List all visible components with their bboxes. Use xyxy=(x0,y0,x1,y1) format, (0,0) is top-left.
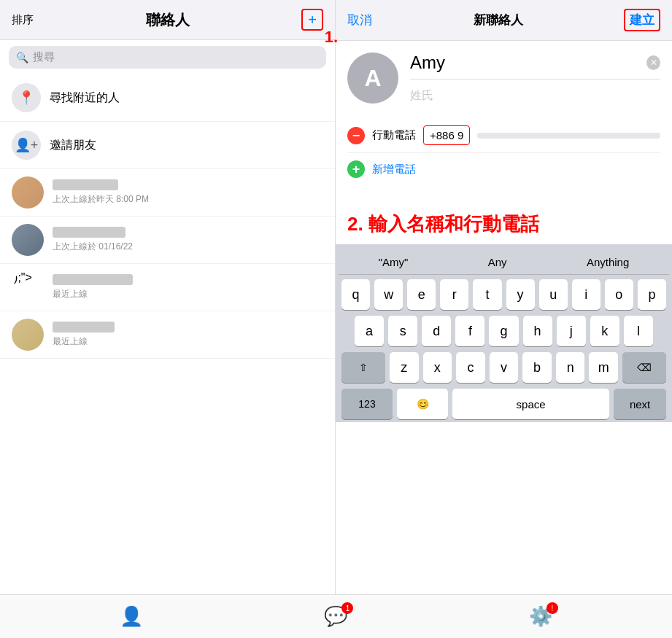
key-n[interactable]: n xyxy=(556,352,585,383)
first-name-input[interactable] xyxy=(410,52,646,73)
key-c[interactable]: c xyxy=(456,352,485,383)
invite-friends-item[interactable]: 👤+ 邀請朋友 xyxy=(0,122,335,169)
avatar-1 xyxy=(12,176,44,209)
key-s[interactable]: s xyxy=(388,316,417,346)
contact-item-1[interactable]: 上次上線於昨天 8:00 PM xyxy=(0,169,335,217)
avatar-3: ');"> xyxy=(12,271,44,303)
space-key[interactable]: space xyxy=(452,389,609,419)
phone-label: 行動電話 xyxy=(372,128,416,142)
key-a[interactable]: a xyxy=(355,316,384,346)
keyboard-rows: q w e r t y u i o p a s d f g xyxy=(339,279,669,419)
key-r[interactable]: r xyxy=(440,279,468,310)
key-v[interactable]: v xyxy=(490,352,519,383)
tab-messages[interactable]: 💬 1 xyxy=(324,605,347,628)
keyboard-suggestions: "Amy" Any Anything xyxy=(339,250,669,275)
left-header: 排序 聯絡人 + 1. xyxy=(0,0,335,40)
key-y[interactable]: y xyxy=(506,279,535,310)
key-d[interactable]: d xyxy=(422,316,451,346)
suggestion-2[interactable]: Any xyxy=(482,254,513,270)
find-nearby-item[interactable]: 📍 尋找附近的人 xyxy=(0,74,335,122)
new-contact-avatar: A xyxy=(347,52,398,104)
shift-key[interactable]: ⇧ xyxy=(341,352,385,383)
key-row-3: ⇧ z x c v b n m ⌫ xyxy=(341,352,666,383)
avatar-4 xyxy=(12,319,44,351)
contact-info-3: 最近上線 xyxy=(53,274,133,300)
contact-info-2: 上次上線於 01/16/22 xyxy=(53,227,133,253)
contact-item-2[interactable]: 上次上線於 01/16/22 xyxy=(0,217,335,264)
key-f[interactable]: f xyxy=(455,316,484,346)
key-z[interactable]: z xyxy=(390,352,419,383)
key-h[interactable]: h xyxy=(523,316,552,346)
contact-name-1 xyxy=(53,179,118,190)
contact-name-2 xyxy=(53,227,125,238)
phone-row: − 行動電話 +886 9 xyxy=(347,118,660,153)
invite-icon: 👤+ xyxy=(12,131,41,160)
name-fields: ✕ 姓氏 xyxy=(410,52,660,104)
avatar-name-row: A ✕ 姓氏 xyxy=(347,52,660,104)
backspace-key[interactable]: ⌫ xyxy=(622,352,666,383)
key-t[interactable]: t xyxy=(473,279,501,310)
key-i[interactable]: i xyxy=(572,279,600,310)
key-l[interactable]: l xyxy=(624,316,653,346)
step1-annotation: 1. xyxy=(325,28,338,47)
contact-info-4: 最近上線 xyxy=(53,322,115,348)
key-o[interactable]: o xyxy=(605,279,633,310)
cancel-button[interactable]: 取消 xyxy=(347,12,372,28)
next-key[interactable]: next xyxy=(614,389,666,419)
key-row-2: a s d f g h j k l xyxy=(341,316,666,346)
new-contact-form: A ✕ 姓氏 − 行動電話 +886 9 + 新增電話 xyxy=(336,41,672,197)
key-x[interactable]: x xyxy=(423,352,452,383)
tab-settings[interactable]: ⚙️ ! xyxy=(529,605,552,628)
contact-name-4 xyxy=(53,322,115,332)
search-bar[interactable]: 🔍 搜尋 xyxy=(9,46,326,69)
last-name-placeholder[interactable]: 姓氏 xyxy=(410,82,660,104)
tab-contacts[interactable]: 👤 xyxy=(120,605,143,628)
contact-list: 📍 尋找附近的人 👤+ 邀請朋友 上次上線於昨天 8:00 PM xyxy=(0,74,335,594)
clear-name-button[interactable]: ✕ xyxy=(646,55,660,70)
contact-status-2: 上次上線於 01/16/22 xyxy=(53,241,133,253)
first-name-row: ✕ xyxy=(410,52,660,79)
num-key[interactable]: 123 xyxy=(341,389,393,419)
contact-status-3: 最近上線 xyxy=(53,288,133,300)
key-b[interactable]: b xyxy=(522,352,552,383)
suggestion-3[interactable]: Anything xyxy=(581,254,635,270)
avatar-2 xyxy=(12,224,44,256)
key-g[interactable]: g xyxy=(489,316,518,346)
remove-phone-button[interactable]: − xyxy=(347,127,365,144)
add-contact-button[interactable]: + xyxy=(301,9,323,31)
create-button[interactable]: 建立 xyxy=(624,9,660,31)
key-row-4: 123 😊 space next xyxy=(341,389,666,419)
messages-badge: 1 xyxy=(341,602,353,614)
contact-status-4: 最近上線 xyxy=(53,335,115,348)
search-placeholder: 搜尋 xyxy=(33,50,55,64)
contacts-tab-icon: 👤 xyxy=(120,605,143,628)
new-contact-title: 新聯絡人 xyxy=(474,12,523,28)
left-panel: 排序 聯絡人 + 1. 🔍 搜尋 📍 尋找附近的人 👤+ 邀請朋友 xyxy=(0,0,336,594)
settings-badge: ! xyxy=(547,602,558,614)
search-icon: 🔍 xyxy=(16,52,28,63)
key-j[interactable]: j xyxy=(557,316,586,346)
contact-item-4[interactable]: 最近上線 xyxy=(0,311,335,359)
key-m[interactable]: m xyxy=(589,352,618,383)
key-p[interactable]: p xyxy=(638,279,666,310)
emoji-key[interactable]: 😊 xyxy=(397,389,448,419)
add-phone-row[interactable]: + 新增電話 xyxy=(347,153,660,185)
add-phone-button[interactable]: + xyxy=(347,160,365,178)
invite-friends-label: 邀請朋友 xyxy=(50,138,96,153)
suggestion-1[interactable]: "Amy" xyxy=(373,254,414,270)
phone-number-input[interactable] xyxy=(477,133,660,139)
bottom-tab-bar: 👤 💬 1 ⚙️ ! xyxy=(0,594,672,638)
key-u[interactable]: u xyxy=(539,279,568,310)
right-header: 取消 新聯絡人 建立 xyxy=(336,0,672,41)
phone-country-input[interactable]: +886 9 xyxy=(423,125,470,145)
sort-button[interactable]: 排序 xyxy=(12,13,34,27)
key-w[interactable]: w xyxy=(374,279,403,310)
location-icon: 📍 xyxy=(12,83,41,112)
contact-status-1: 上次上線於昨天 8:00 PM xyxy=(53,193,149,206)
key-e[interactable]: e xyxy=(407,279,436,310)
find-nearby-label: 尋找附近的人 xyxy=(50,90,120,106)
key-q[interactable]: q xyxy=(341,279,370,310)
contact-item-3[interactable]: ');"> 最近上線 xyxy=(0,264,335,311)
key-k[interactable]: k xyxy=(590,316,619,346)
key-row-1: q w e r t y u i o p xyxy=(341,279,666,310)
